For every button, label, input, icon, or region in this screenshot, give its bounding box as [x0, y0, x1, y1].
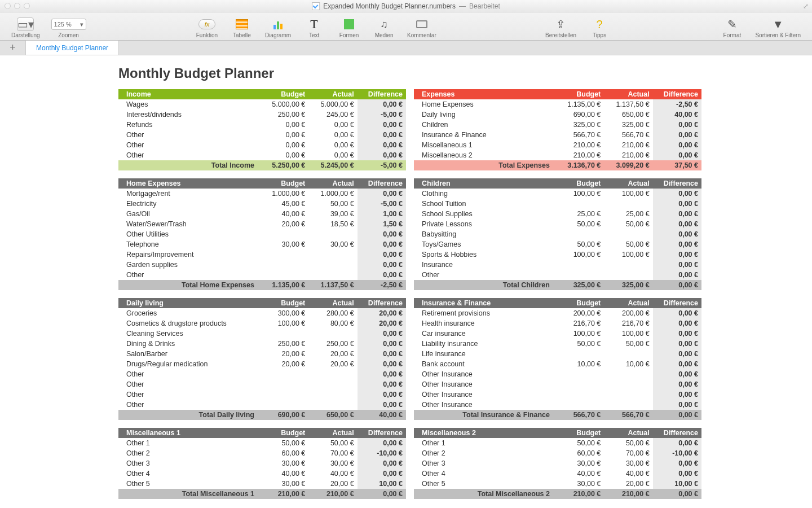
cell-actual[interactable]: 40,00 € — [604, 468, 652, 479]
cell-diff[interactable]: 0,00 € — [653, 468, 701, 479]
cell-actual[interactable]: 40,00 € — [308, 468, 357, 479]
row-label[interactable]: Miscellaneous 2 — [414, 150, 555, 160]
cell-budget[interactable]: 60,00 € — [555, 448, 604, 458]
cell-diff[interactable]: 0,00 € — [653, 150, 701, 160]
row-label[interactable]: Water/Sewer/Trash — [118, 219, 260, 229]
table-row[interactable]: School Supplies25,00 €25,00 €0,00 € — [414, 209, 701, 219]
cell-diff[interactable]: 0,00 € — [358, 150, 406, 160]
row-label[interactable]: Other 5 — [118, 479, 260, 489]
text-button[interactable]: TText — [302, 15, 326, 38]
row-label[interactable]: Other Insurance — [414, 400, 555, 410]
table-row[interactable]: Sports & Hobbies100,00 €100,00 €0,00 € — [414, 249, 701, 260]
cell-diff[interactable]: 0,00 € — [653, 369, 701, 379]
table-row[interactable]: Interest/dividends250,00 €245,00 €-5,00 … — [118, 110, 406, 120]
table-row[interactable]: Other 440,00 €40,00 €0,00 € — [414, 468, 701, 479]
cell-budget[interactable]: 30,00 € — [555, 458, 604, 468]
cell-budget[interactable] — [555, 400, 604, 410]
cell-actual[interactable] — [308, 400, 357, 410]
table-row[interactable]: Other 530,00 €20,00 €10,00 € — [414, 479, 701, 489]
table-row[interactable]: Repairs/Improvement0,00 € — [118, 249, 406, 260]
cell-diff[interactable]: 0,00 € — [653, 458, 701, 468]
table-row[interactable]: Retirement provisions200,00 €200,00 €0,0… — [414, 308, 701, 318]
table-row[interactable]: Dining & Drinks250,00 €250,00 €0,00 € — [118, 339, 406, 349]
cell-actual[interactable]: 20,00 € — [308, 359, 357, 369]
cell-diff[interactable]: 0,00 € — [653, 229, 701, 239]
cell-actual[interactable]: 70,00 € — [308, 448, 357, 458]
row-label[interactable]: Insurance — [414, 260, 555, 270]
cell-diff[interactable]: 0,00 € — [653, 359, 701, 369]
cell-actual[interactable]: 50,00 € — [604, 219, 652, 229]
row-label[interactable]: Dining & Drinks — [118, 339, 260, 349]
cell-actual[interactable]: 245,00 € — [308, 110, 357, 120]
shapes-button[interactable]: Formen — [337, 15, 361, 38]
table-row[interactable]: Other Insurance0,00 € — [414, 369, 701, 379]
cell-diff[interactable]: 0,00 € — [358, 389, 406, 400]
table-row[interactable]: Other0,00 € — [118, 379, 406, 389]
row-label[interactable]: Health insurance — [414, 318, 555, 329]
cell-budget[interactable]: 30,00 € — [260, 458, 308, 468]
cell-diff[interactable]: 0,00 € — [653, 400, 701, 410]
cell-budget[interactable]: 20,00 € — [260, 359, 308, 369]
row-label[interactable]: Other — [118, 130, 260, 140]
cell-diff[interactable]: 0,00 € — [653, 270, 701, 280]
table-row[interactable]: Liability insurance50,00 €50,00 €0,00 € — [414, 339, 701, 349]
cell-diff[interactable]: -5,00 € — [358, 110, 406, 120]
cell-actual[interactable]: 0,00 € — [308, 140, 357, 150]
cell-actual[interactable]: 1.137,50 € — [604, 99, 652, 110]
row-label[interactable]: Other 1 — [414, 438, 555, 448]
cell-diff[interactable]: 0,00 € — [358, 438, 406, 448]
cell-diff[interactable]: 0,00 € — [358, 359, 406, 369]
row-label[interactable]: Other 3 — [414, 458, 555, 468]
cell-diff[interactable]: -2,50 € — [653, 99, 701, 110]
cell-diff[interactable]: 1,00 € — [358, 209, 406, 219]
table-row[interactable]: Other 530,00 €20,00 €10,00 € — [118, 479, 406, 489]
cell-actual[interactable]: 20,00 € — [308, 479, 357, 489]
table-row[interactable]: Water/Sewer/Trash20,00 €18,50 €1,50 € — [118, 219, 406, 229]
cell-actual[interactable]: 50,00 € — [604, 239, 652, 249]
cell-budget[interactable] — [555, 229, 604, 239]
row-label[interactable]: Repairs/Improvement — [118, 249, 260, 260]
row-label[interactable]: Gas/Oil — [118, 209, 260, 219]
row-label[interactable]: Wages — [118, 99, 260, 110]
cell-budget[interactable]: 100,00 € — [555, 329, 604, 339]
cell-diff[interactable]: 1,50 € — [358, 219, 406, 229]
comment-button[interactable]: Kommentar — [407, 15, 436, 38]
cell-actual[interactable]: 210,00 € — [604, 140, 652, 150]
row-label[interactable]: Other 4 — [118, 468, 260, 479]
cell-diff[interactable]: 0,00 € — [358, 468, 406, 479]
table-row[interactable]: Other Utilities0,00 € — [118, 229, 406, 239]
cell-diff[interactable]: 0,00 € — [358, 400, 406, 410]
table-row[interactable]: Other0,00 € — [118, 369, 406, 379]
cell-budget[interactable]: 100,00 € — [260, 318, 308, 329]
row-label[interactable]: Miscellaneous 1 — [414, 140, 555, 150]
cell-actual[interactable] — [308, 249, 357, 260]
cell-actual[interactable]: 216,70 € — [604, 318, 652, 329]
cell-budget[interactable]: 50,00 € — [555, 239, 604, 249]
cell-actual[interactable] — [308, 389, 357, 400]
cell-budget[interactable]: 1.135,00 € — [555, 99, 604, 110]
cell-actual[interactable]: 200,00 € — [604, 308, 652, 318]
media-button[interactable]: ♫Medien — [372, 15, 396, 38]
cell-actual[interactable]: 250,00 € — [308, 339, 357, 349]
row-label[interactable]: Home Expenses — [414, 99, 555, 110]
cell-budget[interactable] — [260, 229, 308, 239]
cell-diff[interactable]: 0,00 € — [358, 130, 406, 140]
table-row[interactable]: Drugs/Regular medication20,00 €20,00 €0,… — [118, 359, 406, 369]
cell-budget[interactable]: 45,00 € — [260, 199, 308, 209]
row-label[interactable]: Liability insurance — [414, 339, 555, 349]
cell-diff[interactable]: 0,00 € — [653, 339, 701, 349]
cell-budget[interactable]: 100,00 € — [555, 189, 604, 199]
row-label[interactable]: Other 3 — [118, 458, 260, 468]
table-row[interactable]: Other 260,00 €70,00 €-10,00 € — [414, 448, 701, 458]
table-row[interactable]: Other 150,00 €50,00 €0,00 € — [118, 438, 406, 448]
zoom-window-icon[interactable] — [24, 3, 30, 9]
table-row[interactable]: Insurance0,00 € — [414, 260, 701, 270]
cell-budget[interactable]: 566,70 € — [555, 130, 604, 140]
cell-budget[interactable] — [260, 369, 308, 379]
sheet-tab[interactable]: Monthly Budget Planner — [26, 41, 119, 55]
cell-diff[interactable]: 0,00 € — [358, 99, 406, 110]
cell-actual[interactable]: 30,00 € — [308, 239, 357, 249]
cell-budget[interactable]: 60,00 € — [260, 448, 308, 458]
cell-actual[interactable]: 20,00 € — [604, 479, 652, 489]
cell-diff[interactable]: 0,00 € — [358, 349, 406, 359]
